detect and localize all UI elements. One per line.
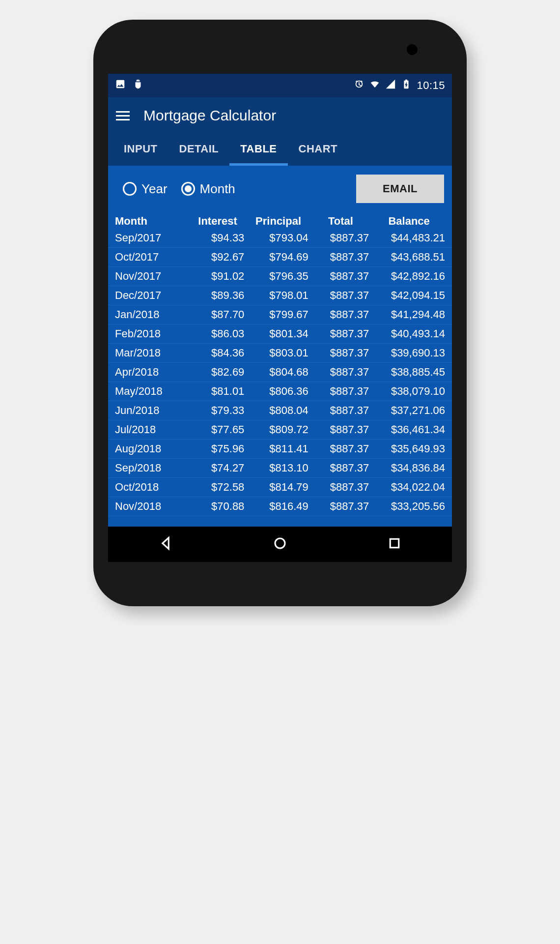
tab-detail[interactable]: DETAIL	[168, 134, 230, 166]
tab-chart[interactable]: CHART	[288, 134, 349, 166]
cell-balance: $33,205.56	[371, 497, 452, 516]
cell-total: $887.37	[310, 363, 371, 382]
cell-month: Mar/2018	[108, 344, 189, 363]
cell-principal: $803.01	[246, 344, 310, 363]
status-clock: 10:15	[417, 79, 445, 92]
header-principal: Principal	[246, 212, 310, 229]
cell-total: $887.37	[310, 459, 371, 478]
cell-total: $887.37	[310, 420, 371, 440]
screen: 10:15 Mortgage Calculator INPUTDETAILTAB…	[108, 74, 452, 562]
app-title: Mortgage Calculator	[143, 107, 276, 124]
cell-principal: $796.35	[246, 267, 310, 286]
tab-bar: INPUTDETAILTABLECHART	[108, 134, 452, 166]
radio-month[interactable]: Month	[181, 181, 235, 197]
cell-month: Jul/2018	[108, 420, 189, 440]
cell-month: Nov/2017	[108, 267, 189, 286]
cell-interest: $89.36	[189, 286, 247, 305]
android-debug-icon	[133, 79, 143, 92]
cell-balance: $36,461.34	[371, 420, 452, 440]
cell-balance: $39,690.13	[371, 344, 452, 363]
table-row: Mar/2018$84.36$803.01$887.37$39,690.13	[108, 344, 452, 363]
cell-month: Nov/2018	[108, 497, 189, 516]
cell-principal: $801.34	[246, 324, 310, 344]
home-icon[interactable]	[273, 536, 287, 553]
hamburger-menu-icon[interactable]	[116, 111, 130, 120]
cell-principal: $808.04	[246, 401, 310, 420]
tab-table[interactable]: TABLE	[229, 134, 287, 166]
cell-balance: $42,094.15	[371, 286, 452, 305]
cell-interest: $75.96	[189, 440, 247, 459]
system-nav-bar	[108, 527, 452, 562]
header-balance: Balance	[371, 212, 452, 229]
cell-interest: $70.88	[189, 497, 247, 516]
cell-principal: $806.36	[246, 382, 310, 401]
cell-interest: $74.27	[189, 459, 247, 478]
cell-balance: $43,688.51	[371, 248, 452, 267]
cell-principal: $809.72	[246, 420, 310, 440]
cell-interest: $72.58	[189, 478, 247, 497]
cell-balance: $38,079.10	[371, 382, 452, 401]
cell-total: $887.37	[310, 478, 371, 497]
cell-month: Aug/2018	[108, 440, 189, 459]
back-icon[interactable]	[158, 536, 173, 553]
cell-balance: $35,649.93	[371, 440, 452, 459]
amortization-table-wrap[interactable]: Month Interest Principal Total Balance S…	[108, 212, 452, 527]
cell-total: $887.37	[310, 229, 371, 248]
cell-principal: $811.41	[246, 440, 310, 459]
cell-balance: $44,483.21	[371, 229, 452, 248]
tab-input[interactable]: INPUT	[113, 134, 168, 166]
radio-circle-icon	[181, 182, 195, 196]
radio-year[interactable]: Year	[123, 181, 168, 197]
cell-total: $887.37	[310, 382, 371, 401]
cell-interest: $91.02	[189, 267, 247, 286]
table-row: Sep/2017$94.33$793.04$887.37$44,483.21	[108, 229, 452, 248]
cell-total: $887.37	[310, 305, 371, 324]
cell-interest: $82.69	[189, 363, 247, 382]
cell-principal: $794.69	[246, 248, 310, 267]
cell-total: $887.37	[310, 497, 371, 516]
cell-interest: $94.33	[189, 229, 247, 248]
cell-interest: $77.65	[189, 420, 247, 440]
cell-signal-icon	[385, 79, 396, 92]
image-icon	[115, 79, 126, 92]
cell-balance: $38,885.45	[371, 363, 452, 382]
cell-total: $887.37	[310, 286, 371, 305]
cell-interest: $79.33	[189, 401, 247, 420]
cell-month: Jun/2018	[108, 401, 189, 420]
cell-principal: $799.67	[246, 305, 310, 324]
cell-balance: $34,836.84	[371, 459, 452, 478]
cell-month: Jan/2018	[108, 305, 189, 324]
radio-circle-icon	[123, 182, 137, 196]
cell-month: Apr/2018	[108, 363, 189, 382]
cell-balance: $34,022.04	[371, 478, 452, 497]
cell-balance: $37,271.06	[371, 401, 452, 420]
cell-interest: $92.67	[189, 248, 247, 267]
table-row: Jul/2018$77.65$809.72$887.37$36,461.34	[108, 420, 452, 440]
recent-apps-icon[interactable]	[387, 536, 402, 553]
cell-total: $887.37	[310, 440, 371, 459]
cell-balance: $40,493.14	[371, 324, 452, 344]
radio-year-label: Year	[141, 181, 168, 197]
cell-total: $887.37	[310, 267, 371, 286]
app-bar: Mortgage Calculator	[108, 97, 452, 134]
cell-total: $887.37	[310, 324, 371, 344]
table-row: Aug/2018$75.96$811.41$887.37$35,649.93	[108, 440, 452, 459]
table-row: Nov/2018$70.88$816.49$887.37$33,205.56	[108, 497, 452, 516]
cell-interest: $87.70	[189, 305, 247, 324]
email-button[interactable]: EMAIL	[356, 175, 444, 203]
cell-interest: $81.01	[189, 382, 247, 401]
cell-interest: $86.03	[189, 324, 247, 344]
battery-charging-icon	[401, 79, 412, 92]
cell-principal: $793.04	[246, 229, 310, 248]
table-row: Nov/2017$91.02$796.35$887.37$42,892.16	[108, 267, 452, 286]
device-camera	[407, 44, 418, 55]
cell-principal: $813.10	[246, 459, 310, 478]
table-row: Oct/2017$92.67$794.69$887.37$43,688.51	[108, 248, 452, 267]
svg-rect-1	[391, 539, 399, 548]
header-month: Month	[108, 212, 189, 229]
wifi-icon	[369, 79, 380, 92]
svg-point-0	[275, 538, 285, 548]
header-interest: Interest	[189, 212, 247, 229]
table-row: Apr/2018$82.69$804.68$887.37$38,885.45	[108, 363, 452, 382]
header-total: Total	[310, 212, 371, 229]
